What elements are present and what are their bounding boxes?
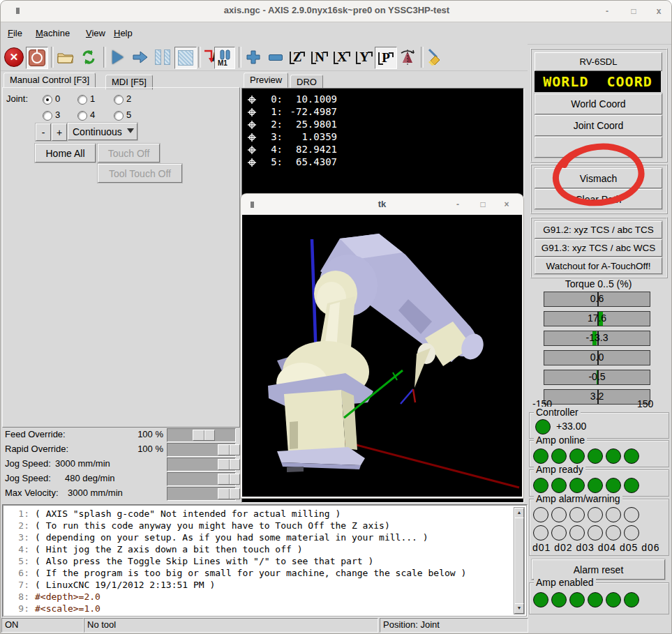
- machine-state-cell: ON: [1, 618, 84, 633]
- tk-minimize-button[interactable]: -: [451, 199, 464, 210]
- vismach-group: Vismach Clear Path: [530, 164, 668, 214]
- joint-radio-2[interactable]: [114, 95, 124, 105]
- joint-radio-1[interactable]: [77, 95, 87, 105]
- world-coord-button[interactable]: World Coord: [535, 93, 662, 114]
- gcode-line: 4:( Hint jog the Z axis down a bit then …: [3, 544, 303, 554]
- minimize-button[interactable]: -: [601, 6, 613, 17]
- jog-speed-deg-slider[interactable]: [167, 472, 236, 486]
- joint-radio-3[interactable]: [43, 111, 52, 121]
- jog-mode-dropdown[interactable]: Continuous: [68, 123, 137, 140]
- view-top-button[interactable]: Z: [287, 47, 308, 68]
- jog-speed-slider[interactable]: [167, 458, 236, 471]
- led-on: [569, 478, 585, 493]
- toolbar: ✕: [1, 44, 528, 71]
- joint-radio-0[interactable]: [43, 95, 52, 105]
- joint-radio-label[interactable]: 0: [55, 93, 60, 104]
- g913-button[interactable]: G91.3: xyz TCS / abc WCS: [535, 239, 662, 257]
- close-button[interactable]: x: [652, 6, 665, 17]
- slider-thumb[interactable]: [218, 488, 240, 499]
- joint-radio-label[interactable]: 4: [90, 110, 95, 120]
- joint-radio-label[interactable]: 3: [55, 110, 60, 120]
- view-front-button[interactable]: Y: [354, 47, 375, 68]
- feed-override-slider[interactable]: [167, 428, 236, 442]
- led-on: [588, 592, 603, 607]
- scrollbar-thumb[interactable]: [514, 518, 524, 604]
- torque-value: -13.3: [544, 332, 650, 343]
- maximize-button[interactable]: □: [627, 6, 640, 17]
- menu-file[interactable]: File: [3, 27, 27, 40]
- torque-bar: 0.6: [544, 292, 650, 307]
- scroll-up-arrow[interactable]: ▲: [514, 508, 524, 518]
- zoom-out-button[interactable]: [265, 47, 286, 68]
- tk-title-bar[interactable]: tk - □ ×: [241, 194, 523, 215]
- max-velocity-slider[interactable]: [167, 487, 236, 501]
- tk-maximize-button[interactable]: □: [477, 199, 489, 210]
- jog-minus-button[interactable]: -: [36, 123, 51, 141]
- joint-radio-label[interactable]: 1: [90, 93, 95, 104]
- homed-icon: [248, 145, 256, 153]
- slider-thumb[interactable]: [218, 474, 240, 485]
- estop-button[interactable]: ✕: [3, 47, 24, 68]
- menu-bar: File Machine View Help: [1, 22, 671, 45]
- rapid-override-slider[interactable]: [167, 443, 236, 457]
- machine-power-button[interactable]: [26, 47, 48, 69]
- toolbar-divider: [239, 47, 241, 68]
- menu-help[interactable]: Help: [110, 27, 137, 40]
- robot-arm-render: [242, 215, 522, 497]
- view-rotated-top-button[interactable]: N: [309, 47, 330, 68]
- clear-plot-button[interactable]: [425, 47, 446, 68]
- robot-side-panel: RV-6SDL WORLD COORD World Coord Joint Co…: [529, 44, 672, 634]
- joint-coord-button[interactable]: Joint Coord: [535, 115, 662, 136]
- led-on: [569, 448, 585, 464]
- touch-off-button[interactable]: Touch Off: [98, 144, 160, 163]
- menu-view[interactable]: View: [82, 27, 110, 40]
- vismach-button[interactable]: Vismach: [535, 168, 662, 188]
- obscured-button[interactable]: [535, 137, 662, 158]
- tab-preview[interactable]: Preview: [244, 73, 288, 88]
- slider-thumb[interactable]: [218, 459, 240, 470]
- vismach-3d-view[interactable]: [242, 215, 522, 497]
- tk-close-button[interactable]: ×: [500, 199, 513, 210]
- led-off: [569, 507, 585, 522]
- led-off: [588, 507, 603, 522]
- g912-button[interactable]: G91.2: xyz TCS / abc TCS: [535, 221, 662, 239]
- optional-stop-m1-button[interactable]: M1: [214, 47, 235, 69]
- pause-button[interactable]: [152, 47, 173, 68]
- scroll-down-arrow[interactable]: ▼: [514, 603, 524, 614]
- joint-radio-label[interactable]: 5: [126, 110, 131, 120]
- dro-row: 0:10.1009: [248, 93, 337, 105]
- jog-speed-deg-value: 480 deg/min: [65, 473, 115, 483]
- joint-radio-4[interactable]: [77, 111, 87, 121]
- g91-group: G91.2: xyz TCS / abc TCS G91.3: xyz TCS …: [530, 217, 668, 278]
- home-all-button[interactable]: Home All: [35, 144, 96, 163]
- reload-button[interactable]: [78, 47, 99, 68]
- stop-button[interactable]: [174, 47, 197, 69]
- view-perspective-button[interactable]: P: [375, 47, 397, 69]
- tool-touch-off-button[interactable]: Tool Touch Off: [98, 164, 182, 183]
- plus-icon: [246, 50, 260, 64]
- joint-radio-label[interactable]: 2: [126, 93, 131, 104]
- pause-icon: [155, 50, 161, 65]
- menu-machine[interactable]: Machine: [31, 27, 74, 40]
- title-bar[interactable]: axis.ngc - AXIS 2.9.0nyx16sk~pre0 on YSS…: [1, 1, 672, 22]
- torque-bar: -13.3: [544, 331, 650, 346]
- folder-icon: [57, 51, 74, 63]
- slider-thumb[interactable]: [218, 444, 240, 455]
- run-from-line-button[interactable]: [130, 47, 151, 68]
- watchout-button[interactable]: Watchout for A-TouchOff!: [535, 257, 662, 274]
- view-side-button[interactable]: X: [331, 47, 352, 68]
- open-file-button[interactable]: [55, 47, 76, 68]
- gcode-scrollbar[interactable]: ▲ ▼: [514, 507, 525, 614]
- clear-path-button[interactable]: Clear Path: [535, 189, 662, 209]
- tab-manual-control[interactable]: Manual Control [F3]: [3, 73, 96, 88]
- jog-plus-button[interactable]: +: [52, 123, 67, 141]
- torque-bar: 17.6: [544, 311, 650, 326]
- controller-value: +33.00: [556, 421, 586, 432]
- zoom-in-button[interactable]: [243, 47, 264, 68]
- rotate-view-button[interactable]: [397, 47, 418, 68]
- slider-thumb[interactable]: [193, 430, 215, 441]
- homed-icon: [248, 133, 256, 141]
- gcode-listing[interactable]: 1:( AXIS "splash g-code" Not intended fo…: [2, 504, 528, 617]
- run-button[interactable]: [107, 47, 128, 68]
- joint-radio-5[interactable]: [114, 111, 124, 121]
